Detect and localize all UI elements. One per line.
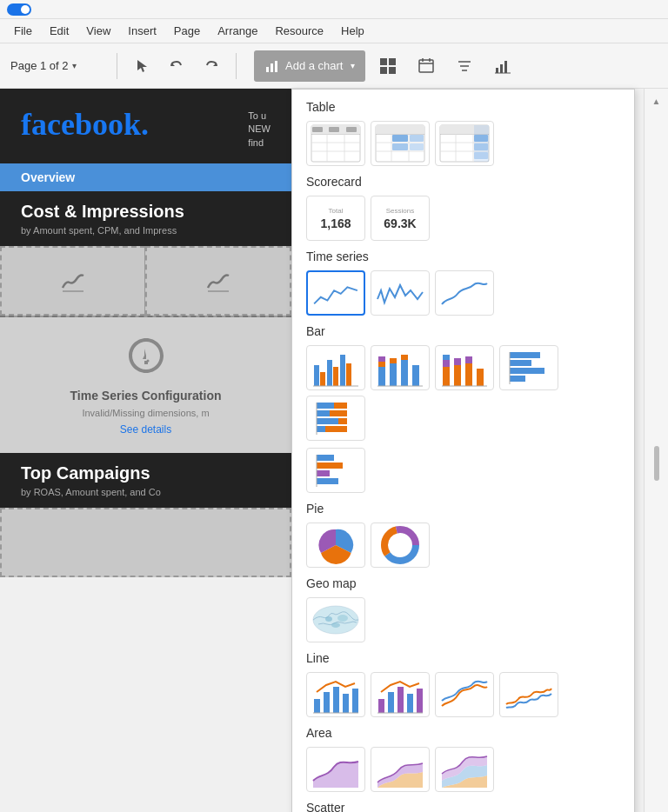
chart-option-scorecard-total[interactable]: Total 1,168 — [306, 196, 365, 241]
svg-rect-82 — [510, 368, 544, 374]
svg-rect-16 — [496, 68, 498, 73]
chart-option-ts-jagged[interactable] — [371, 270, 430, 316]
page-dropdown-arrow[interactable]: ▾ — [72, 61, 77, 70]
svg-rect-65 — [390, 363, 397, 386]
svg-rect-97 — [317, 478, 338, 484]
chart-option-area-stacked[interactable] — [371, 747, 430, 792]
chart-option-donut[interactable] — [371, 522, 430, 568]
undo-button[interactable] — [163, 52, 190, 80]
chart-option-scorecard-sessions[interactable]: Sessions 69.3K — [371, 196, 430, 241]
svg-rect-69 — [412, 365, 419, 386]
cost-impressions-title: Cost & Impressions — [0, 191, 291, 225]
scroll-up-button[interactable]: ▲ — [648, 92, 665, 110]
menu-insert[interactable]: Insert — [121, 23, 164, 39]
scrollbar-thumb[interactable] — [654, 446, 659, 481]
svg-rect-62 — [378, 367, 385, 386]
menu-arrange[interactable]: Arrange — [210, 23, 264, 39]
svg-rect-30 — [312, 127, 323, 132]
cursor-tool-button[interactable] — [128, 52, 156, 80]
add-chart-button[interactable]: Add a chart ▾ — [254, 50, 365, 82]
svg-rect-112 — [352, 689, 358, 713]
chart-option-area-stacked2[interactable] — [435, 747, 494, 792]
chart-option-area[interactable] — [306, 747, 365, 792]
chart-option-table-compact[interactable] — [306, 121, 365, 166]
section-title-bar: Bar — [306, 324, 620, 338]
menu-help[interactable]: Help — [334, 23, 371, 39]
svg-rect-81 — [510, 360, 531, 366]
svg-rect-92 — [325, 426, 347, 432]
bar-options — [306, 345, 620, 441]
menubar: File Edit View Insert Page Arrange Resou… — [0, 19, 668, 43]
svg-rect-85 — [317, 403, 334, 409]
chart-option-line-bar-combo[interactable] — [306, 672, 365, 717]
svg-rect-88 — [330, 410, 347, 416]
chart-option-table-heatmap[interactable] — [371, 121, 430, 166]
chart-option-bar-grouped[interactable] — [306, 345, 365, 390]
calendar-button[interactable] — [411, 50, 442, 82]
chart-option-ts-smooth[interactable] — [435, 270, 494, 316]
chart-option-line-bar-color[interactable] — [371, 672, 430, 717]
svg-rect-5 — [380, 58, 387, 65]
chart-option-bar-horizontal-stacked[interactable] — [306, 396, 365, 441]
chart-bar-button[interactable] — [487, 50, 518, 82]
section-title-area: Area — [306, 726, 620, 740]
svg-rect-108 — [314, 699, 320, 713]
chart-option-pie[interactable] — [306, 522, 365, 568]
chart-option-bar-horizontal[interactable] — [499, 345, 558, 390]
svg-rect-18 — [504, 61, 507, 73]
svg-rect-32 — [346, 127, 357, 132]
svg-rect-66 — [390, 358, 397, 363]
svg-rect-115 — [388, 692, 394, 713]
menu-resource[interactable]: Resource — [268, 23, 331, 39]
svg-rect-2 — [266, 67, 269, 72]
svg-rect-87 — [317, 410, 330, 416]
page-indicator[interactable]: Page 1 of 2 ▾ — [10, 59, 106, 72]
svg-rect-63 — [378, 362, 385, 367]
pie-options — [306, 522, 620, 568]
chart-option-ts-line1[interactable] — [306, 270, 365, 316]
svg-rect-72 — [443, 360, 450, 367]
menu-page[interactable]: Page — [167, 23, 207, 39]
fb-tagline: To u NEW find — [248, 110, 271, 150]
svg-rect-60 — [346, 363, 351, 386]
section-title-scatter: Scatter — [306, 801, 620, 812]
svg-point-107 — [331, 622, 340, 628]
menu-view[interactable]: View — [79, 23, 117, 39]
chart-row-1 — [0, 246, 291, 316]
menu-edit[interactable]: Edit — [43, 23, 76, 39]
svg-rect-17 — [500, 64, 503, 73]
time-series-options — [306, 270, 620, 316]
toggle-switch[interactable] — [7, 3, 31, 16]
section-title-line: Line — [306, 651, 620, 665]
section-title-table: Table — [306, 100, 620, 114]
svg-rect-83 — [510, 376, 525, 382]
add-chart-arrow: ▾ — [351, 61, 355, 70]
filter-button[interactable] — [449, 50, 480, 82]
config-error-icon — [125, 335, 167, 383]
toolbar-separator-2 — [236, 53, 237, 79]
config-sub: Invalid/Missing dimensions, m — [82, 408, 209, 418]
svg-rect-54 — [474, 152, 488, 159]
chart-option-bar-horizontal-stacked2[interactable] — [306, 448, 365, 493]
chart-option-geo-map[interactable] — [306, 597, 365, 642]
svg-rect-56 — [320, 372, 325, 386]
svg-rect-42 — [392, 143, 408, 150]
svg-rect-41 — [410, 135, 424, 142]
svg-rect-7 — [380, 67, 387, 74]
chart-option-line-smooth-orange[interactable] — [435, 672, 494, 717]
svg-rect-68 — [401, 355, 408, 360]
svg-rect-89 — [317, 418, 338, 424]
chart-option-bar-stacked[interactable] — [435, 345, 494, 390]
chart-option-line-curvy[interactable] — [499, 672, 558, 717]
fb-header: facebook. To u NEW find — [0, 89, 291, 163]
svg-rect-95 — [317, 463, 343, 469]
table-options — [306, 121, 620, 166]
chart-option-table-col-heatmap[interactable] — [435, 121, 494, 166]
layout-button[interactable] — [372, 50, 404, 82]
config-link[interactable]: See details — [120, 423, 171, 436]
svg-rect-58 — [333, 367, 338, 386]
menu-file[interactable]: File — [7, 23, 39, 39]
svg-rect-57 — [327, 360, 332, 386]
chart-option-bar-stacked-color[interactable] — [371, 345, 430, 390]
redo-button[interactable] — [197, 52, 225, 80]
